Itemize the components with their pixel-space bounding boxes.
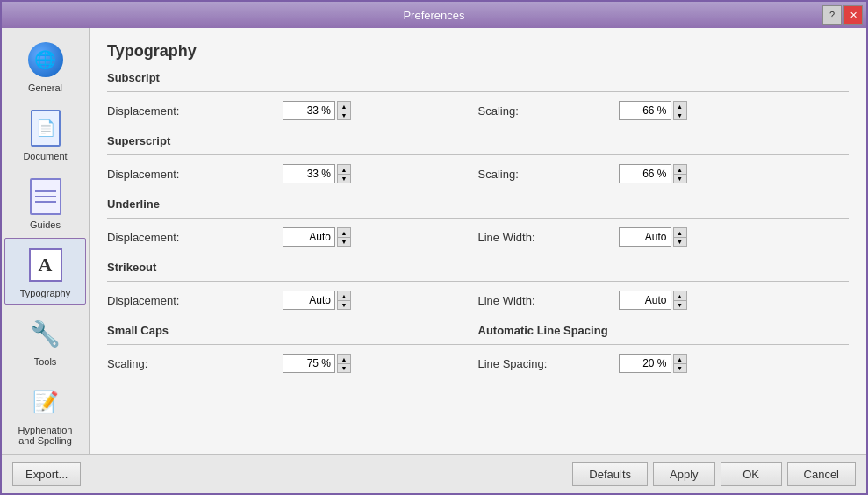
smallcaps-scaling-col: Scaling: ▲ ▼ [107, 354, 478, 373]
autolinespacing-linespacing-col: Line Spacing: ▲ ▼ [478, 354, 850, 373]
subscript-displacement-field: ▲ ▼ [283, 101, 351, 120]
strikeout-displacement-col: Displacement: ▲ ▼ [107, 291, 478, 310]
typography-icon: A [25, 244, 67, 286]
underline-linewidth-input[interactable] [619, 227, 671, 247]
defaults-button[interactable]: Defaults [572, 462, 648, 486]
sidebar-label-tools: Tools [34, 356, 57, 367]
subscript-divider [107, 91, 849, 92]
underline-linewidth-label: Line Width: [478, 231, 619, 244]
preferences-window: Preferences ? ✕ 🌐 General 📄 Document [0, 0, 868, 495]
superscript-scaling-label: Scaling: [478, 168, 619, 181]
subscript-displacement-col: Displacement: ▲ ▼ [107, 101, 478, 120]
sidebar-label-general: General [28, 82, 62, 93]
ok-button[interactable]: OK [721, 462, 782, 486]
strikeout-section: Strikeout Displacement: ▲ ▼ [107, 261, 849, 310]
autolinespacing-linespacing-up[interactable]: ▲ [673, 354, 687, 363]
page-title: Typography [107, 42, 849, 61]
smallcaps-divider [107, 344, 478, 345]
general-icon: 🌐 [25, 39, 67, 81]
tools-icon: 🔧 [25, 312, 67, 355]
subscript-scaling-spinner: ▲ ▼ [673, 101, 687, 120]
strikeout-displacement-up[interactable]: ▲ [337, 291, 351, 300]
autolinespacing-linespacing-field: ▲ ▼ [619, 354, 687, 373]
strikeout-linewidth-col: Line Width: ▲ ▼ [478, 291, 850, 310]
sidebar-item-general[interactable]: 🌐 General [4, 32, 86, 99]
underline-divider [107, 218, 849, 219]
strikeout-displacement-input[interactable] [283, 291, 335, 310]
superscript-scaling-field: ▲ ▼ [619, 164, 687, 183]
subscript-scaling-input[interactable] [619, 101, 671, 120]
close-button[interactable]: ✕ [843, 5, 863, 25]
underline-displacement-input[interactable] [283, 227, 335, 247]
underline-title: Underline [107, 197, 849, 211]
strikeout-displacement-field: ▲ ▼ [283, 291, 351, 310]
superscript-scaling-col: Scaling: ▲ ▼ [478, 164, 850, 183]
strikeout-linewidth-field: ▲ ▼ [619, 291, 687, 310]
bottom-right: Defaults Apply OK Cancel [572, 462, 856, 486]
smallcaps-title: Small Caps [107, 324, 478, 337]
underline-linewidth-up[interactable]: ▲ [673, 227, 687, 237]
smallcaps-scaling-label: Scaling: [107, 357, 283, 370]
sidebar-label-guides: Guides [30, 219, 61, 230]
superscript-scaling-input[interactable] [619, 164, 671, 183]
smallcaps-section: Small Caps Scaling: ▲ ▼ [107, 324, 478, 373]
subscript-scaling-up[interactable]: ▲ [673, 101, 687, 111]
subscript-displacement-up[interactable]: ▲ [337, 101, 351, 111]
sidebar: 🌐 General 📄 Document [2, 28, 90, 454]
sidebar-label-typography: Typography [20, 288, 70, 298]
hyphenation-icon: 📝 [25, 381, 67, 423]
sidebar-label-hyphenation: Hyphenation and Spelling [9, 425, 82, 446]
document-icon: 📄 [25, 107, 67, 149]
strikeout-divider [107, 281, 849, 282]
underline-linewidth-spinner: ▲ ▼ [673, 227, 687, 247]
strikeout-linewidth-up[interactable]: ▲ [673, 291, 687, 300]
autolinespacing-title: Automatic Line Spacing [478, 324, 850, 337]
superscript-scaling-up[interactable]: ▲ [673, 164, 687, 174]
strikeout-title: Strikeout [107, 261, 849, 274]
superscript-displacement-input[interactable] [283, 164, 335, 183]
apply-button[interactable]: Apply [653, 462, 715, 486]
subscript-scaling-down[interactable]: ▼ [673, 111, 687, 120]
underline-linewidth-down[interactable]: ▼ [673, 237, 687, 247]
underline-section: Underline Displacement: ▲ ▼ [107, 197, 849, 247]
strikeout-fields: Displacement: ▲ ▼ Line Width: [107, 291, 849, 310]
autolinespacing-linespacing-input[interactable] [619, 354, 671, 373]
strikeout-linewidth-down[interactable]: ▼ [673, 300, 687, 310]
export-button[interactable]: Export... [12, 462, 81, 486]
underline-displacement-down[interactable]: ▼ [337, 237, 351, 247]
subscript-displacement-input[interactable] [283, 101, 335, 120]
sidebar-item-guides[interactable]: Guides [4, 169, 86, 236]
superscript-fields: Displacement: ▲ ▼ Scaling: [107, 164, 849, 183]
strikeout-displacement-down[interactable]: ▼ [337, 300, 351, 310]
superscript-title: Superscript [107, 134, 849, 147]
underline-displacement-field: ▲ ▼ [283, 227, 351, 247]
help-button[interactable]: ? [822, 5, 842, 25]
subscript-title: Subscript [107, 71, 849, 84]
smallcaps-scaling-up[interactable]: ▲ [337, 354, 351, 363]
subscript-scaling-label: Scaling: [478, 104, 619, 118]
guides-icon [25, 176, 67, 218]
underline-displacement-label: Displacement: [107, 231, 283, 244]
smallcaps-scaling-down[interactable]: ▼ [337, 363, 351, 373]
subscript-displacement-down[interactable]: ▼ [337, 111, 351, 120]
titlebar-controls: ? ✕ [822, 5, 863, 25]
sidebar-item-hyphenation[interactable]: 📝 Hyphenation and Spelling [4, 375, 86, 452]
sidebar-item-document[interactable]: 📄 Document [4, 101, 86, 168]
superscript-scaling-down[interactable]: ▼ [673, 174, 687, 183]
bottom-left: Export... [12, 462, 81, 486]
underline-displacement-up[interactable]: ▲ [337, 227, 351, 237]
smallcaps-scaling-field: ▲ ▼ [283, 354, 351, 373]
subscript-section: Subscript Displacement: ▲ ▼ [107, 71, 849, 120]
superscript-displacement-down[interactable]: ▼ [337, 174, 351, 183]
underline-fields: Displacement: ▲ ▼ Line Width: [107, 227, 849, 247]
autolinespacing-linespacing-spinner: ▲ ▼ [673, 354, 687, 373]
sidebar-item-typography[interactable]: A Typography [4, 238, 86, 305]
subscript-displacement-spinner: ▲ ▼ [337, 101, 351, 120]
smallcaps-scaling-input[interactable] [283, 354, 335, 373]
strikeout-linewidth-input[interactable] [619, 291, 671, 310]
sidebar-item-tools[interactable]: 🔧 Tools [4, 306, 86, 373]
superscript-displacement-up[interactable]: ▲ [337, 164, 351, 174]
superscript-section: Superscript Displacement: ▲ ▼ [107, 134, 849, 183]
autolinespacing-linespacing-down[interactable]: ▼ [673, 363, 687, 373]
cancel-button[interactable]: Cancel [787, 462, 856, 486]
